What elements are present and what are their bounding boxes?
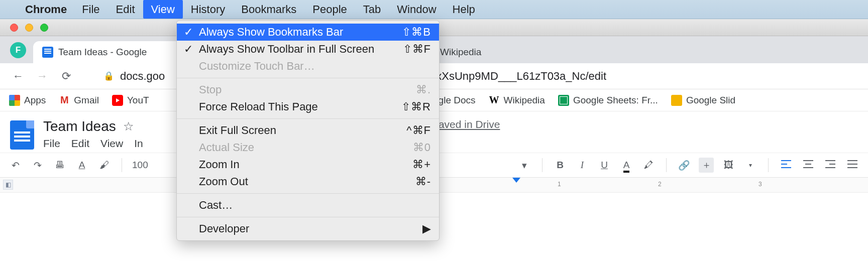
window-zoom-icon[interactable] (40, 24, 48, 32)
docs-menubar: FileEditViewIn (43, 138, 143, 150)
window-minimize-icon[interactable] (25, 24, 33, 32)
menu-tab[interactable]: Tab (355, 0, 389, 19)
highlight-button[interactable]: 🖍 (641, 160, 656, 171)
profile-avatar[interactable]: F (10, 42, 26, 58)
ruler-number: 1 (558, 181, 561, 188)
menu-shortcut: ⌘0 (413, 141, 431, 154)
menu-view[interactable]: View (143, 0, 183, 19)
address-bar[interactable]: 🔒 docs.goo (103, 70, 165, 83)
menu-history[interactable]: History (183, 0, 233, 19)
menu-item-label: Exit Full Screen (199, 124, 276, 137)
menu-item-exit-full-screen[interactable]: Exit Full Screen^⌘F (177, 122, 439, 139)
bookmark-label: Gmail (74, 95, 99, 106)
menu-item-stop: Stop⌘. (177, 81, 439, 98)
align-left-button[interactable] (779, 160, 794, 171)
sheets-icon (558, 95, 569, 106)
youtube-icon (112, 95, 123, 106)
macos-menubar: Chrome FileEditViewHistoryBookmarksPeopl… (0, 0, 868, 19)
menu-shortcut: ⇧⌘F (403, 43, 431, 56)
italic-button[interactable]: I (575, 160, 590, 171)
font-size-dropdown-icon[interactable]: ▾ (517, 160, 532, 171)
bold-button[interactable]: B (553, 160, 568, 171)
bookmark-label: Apps (24, 95, 46, 106)
forward-button[interactable]: → (35, 70, 49, 83)
window-close-icon[interactable] (10, 24, 18, 32)
bookmark-label: Wikipedia (504, 95, 545, 106)
url-text-left: docs.goo (120, 70, 165, 83)
reload-button[interactable]: ⟳ (59, 70, 73, 83)
check-icon: ✓ (184, 43, 193, 56)
view-menu-dropdown: ✓Always Show Bookmarks Bar⇧⌘B✓Always Sho… (176, 20, 440, 241)
menu-item-label: Zoom Out (199, 175, 248, 188)
ruler-number: 2 (658, 181, 662, 188)
indent-marker-icon[interactable] (512, 178, 520, 183)
bookmark-wikipedia[interactable]: WWikipedia (489, 95, 545, 106)
document-title[interactable]: Team Ideas (43, 118, 116, 134)
insert-link-button[interactable]: 🔗 (677, 160, 692, 171)
print-button[interactable]: 🖶 (52, 160, 67, 171)
check-icon: ✓ (184, 26, 193, 39)
align-justify-button[interactable] (845, 160, 860, 171)
menu-separator (177, 118, 439, 119)
apps-icon (9, 95, 20, 106)
align-right-button[interactable] (823, 160, 838, 171)
menu-item-customize-touch-bar: Customize Touch Bar… (177, 58, 439, 75)
text-color-button[interactable]: A (619, 160, 634, 171)
menu-item-always-show-toolbar-in-full-screen[interactable]: ✓Always Show Toolbar in Full Screen⇧⌘F (177, 41, 439, 58)
docs-menu-view[interactable]: View (100, 138, 123, 150)
menu-shortcut: ⌘- (415, 175, 431, 188)
slides-icon (671, 95, 682, 106)
bookmark-label: Google Slid (686, 95, 735, 106)
app-name[interactable]: Chrome (18, 0, 74, 19)
browser-tab[interactable]: WWikipedia (415, 41, 606, 63)
menu-people[interactable]: People (304, 0, 355, 19)
star-icon[interactable]: ☆ (123, 119, 134, 133)
bookmark-youtube[interactable]: YouT (112, 95, 149, 106)
underline-button[interactable]: U (597, 160, 612, 171)
menu-help[interactable]: Help (445, 0, 483, 19)
lock-icon: 🔒 (103, 71, 114, 81)
menu-item-label: Zoom In (199, 158, 240, 171)
outline-toggle[interactable]: ◧ (3, 180, 13, 190)
menu-item-label: Actual Size (199, 141, 254, 154)
back-button[interactable]: ← (11, 70, 25, 83)
paint-format-button[interactable]: 🖌 (96, 160, 112, 171)
menu-shortcut: ⇧⌘R (401, 100, 431, 113)
menu-item-label: Always Show Toolbar in Full Screen (199, 43, 374, 56)
docs-menu-in[interactable]: In (134, 138, 143, 150)
docs-menu-edit[interactable]: Edit (71, 138, 89, 150)
menu-item-always-show-bookmarks-bar[interactable]: ✓Always Show Bookmarks Bar⇧⌘B (177, 24, 439, 41)
menu-edit[interactable]: Edit (108, 0, 143, 19)
redo-button[interactable]: ↷ (30, 160, 45, 171)
menu-item-zoom-out[interactable]: Zoom Out⌘- (177, 173, 439, 190)
image-dropdown-icon[interactable]: ▾ (743, 162, 758, 169)
bookmark-sheets[interactable]: Google Sheets: Fr... (558, 95, 658, 106)
menu-window[interactable]: Window (389, 0, 444, 19)
menu-item-zoom-in[interactable]: Zoom In⌘+ (177, 156, 439, 173)
zoom-select[interactable]: 100 (132, 160, 148, 171)
docs-menu-file[interactable]: File (43, 138, 60, 150)
gmail-icon: M (59, 95, 70, 106)
menu-shortcut: ⇧⌘B (402, 26, 431, 39)
undo-button[interactable]: ↶ (8, 160, 23, 171)
bookmark-apps[interactable]: Apps (9, 95, 46, 106)
menu-separator (177, 193, 439, 194)
google-docs-logo-icon[interactable] (10, 120, 34, 150)
menu-item-force-reload-this-page[interactable]: Force Reload This Page⇧⌘R (177, 98, 439, 115)
align-center-button[interactable] (801, 160, 816, 171)
add-comment-button[interactable]: ＋ (699, 158, 714, 173)
insert-image-button[interactable]: 🖼 (721, 160, 736, 171)
tab-title: Team Ideas - Google (58, 47, 147, 58)
menu-item-developer[interactable]: Developer▶ (177, 220, 439, 237)
wikipedia-icon: W (489, 95, 500, 106)
menu-item-label: Developer (199, 222, 249, 235)
menu-file[interactable]: File (74, 0, 107, 19)
menu-item-label: Cast… (199, 199, 233, 212)
menu-bookmarks[interactable]: Bookmarks (233, 0, 304, 19)
bookmark-slides[interactable]: Google Slid (671, 95, 735, 106)
spellcheck-button[interactable]: A (74, 160, 89, 171)
menu-separator (177, 217, 439, 217)
menu-item-label: Stop (199, 83, 222, 96)
bookmark-gmail[interactable]: MGmail (59, 95, 99, 106)
menu-item-cast[interactable]: Cast… (177, 197, 439, 214)
